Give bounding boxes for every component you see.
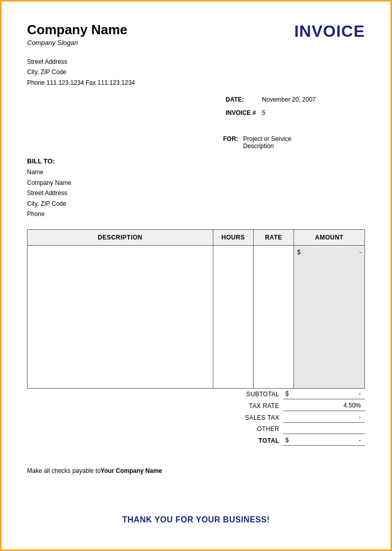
table-header-row: DESCRIPTION HOURS RATE AMOUNT: [28, 230, 365, 246]
invoice-number-row: INVOICE # 5: [223, 107, 318, 119]
bill-to-street: Street Address: [27, 188, 365, 198]
for-line2: Description: [243, 142, 274, 150]
hours-header: HOURS: [213, 230, 253, 246]
invoice-table: DESCRIPTION HOURS RATE AMOUNT $ -: [27, 229, 365, 389]
other-row: OTHER: [207, 424, 365, 434]
for-row: FOR: Project or Service Description: [223, 135, 291, 150]
invoice-title: INVOICE: [294, 22, 365, 41]
amount-header: AMOUNT: [294, 230, 365, 246]
other-label: OTHER: [207, 425, 283, 433]
tax-rate-label: TAX RATE: [207, 402, 283, 410]
table-row: $ -: [28, 246, 365, 389]
description-cell: [28, 246, 213, 389]
bill-to-phone: Phone: [27, 209, 365, 219]
subtotal-row: SUBTOTAL $ -: [207, 389, 365, 399]
bill-to-company: Company Name: [27, 178, 365, 188]
amount-value: $ -: [297, 249, 361, 256]
checks-payable-name: Your Company Name: [101, 467, 162, 474]
invoice-page: Company Name Company Slogan INVOICE Stre…: [0, 0, 392, 551]
bill-to-label: BILL TO:: [27, 156, 365, 167]
invoice-label: INVOICE #: [223, 107, 258, 119]
date-invoice-table: DATE: November 20, 2007 INVOICE # 5: [222, 93, 320, 120]
right-meta-info: DATE: November 20, 2007 INVOICE # 5 FOR:…: [222, 93, 365, 151]
description-header: DESCRIPTION: [28, 230, 213, 246]
company-name: Company Name: [27, 22, 128, 38]
date-row: DATE: November 20, 2007: [223, 94, 318, 106]
sales-tax-value: -: [283, 412, 365, 423]
rate-cell: [253, 246, 293, 389]
subtotal-dash: -: [359, 390, 361, 397]
total-dash: -: [359, 437, 361, 444]
thank-you-message: THANK YOU FOR YOUR BUSINESS!: [27, 515, 365, 524]
totals-inner: SUBTOTAL $ - TAX RATE 4.50% SALES TAX - …: [207, 389, 365, 447]
for-label: FOR:: [223, 135, 242, 150]
company-slogan: Company Slogan: [27, 39, 128, 46]
checks-payable-text: Make all checks payable to: [27, 467, 101, 474]
rate-header: RATE: [253, 230, 293, 246]
header-section: Company Name Company Slogan INVOICE: [27, 22, 365, 46]
footer-checks-payable: Make all checks payable toYour Company N…: [27, 467, 365, 474]
amount-cell: $ -: [294, 246, 365, 389]
for-table: FOR: Project or Service Description: [222, 134, 292, 151]
subtotal-value: $ -: [283, 389, 365, 399]
other-value: [283, 424, 365, 434]
sales-tax-row: SALES TAX -: [207, 412, 365, 423]
date-value: November 20, 2007: [259, 94, 318, 106]
total-label: TOTAL: [207, 437, 283, 444]
bill-to-city-zip: City, ZIP Code: [27, 199, 365, 209]
for-line1: Project or Service: [243, 135, 291, 142]
invoice-value: 5: [259, 107, 318, 119]
for-value: Project or Service Description: [243, 135, 291, 150]
info-section: DATE: November 20, 2007 INVOICE # 5 FOR:…: [27, 93, 365, 151]
city-zip: City, ZIP Code: [27, 67, 365, 77]
hours-cell: [213, 246, 253, 389]
company-info-left: Company Name Company Slogan: [27, 22, 128, 46]
street-address: Street Address: [27, 57, 365, 67]
subtotal-dollar: $: [285, 390, 289, 397]
phone-fax: Phone 111.123.1234 Fax 111.123.1234: [27, 78, 365, 88]
subtotal-label: SUBTOTAL: [207, 391, 283, 398]
sales-tax-label: SALES TAX: [207, 414, 283, 421]
date-label: DATE:: [223, 94, 258, 106]
total-value: $ -: [283, 435, 365, 446]
bill-to-name: Name: [27, 167, 365, 177]
bill-to-section: BILL TO: Name Company Name Street Addres…: [27, 156, 365, 219]
total-dollar: $: [285, 437, 289, 444]
tax-rate-value: 4.50%: [283, 400, 365, 411]
totals-section: SUBTOTAL $ - TAX RATE 4.50% SALES TAX - …: [27, 389, 365, 447]
dollar-sign: $: [297, 249, 301, 256]
company-address: Street Address City, ZIP Code Phone 111.…: [27, 57, 365, 88]
tax-rate-row: TAX RATE 4.50%: [207, 400, 365, 411]
amount-dash: -: [359, 249, 361, 256]
total-row: TOTAL $ -: [207, 435, 365, 446]
